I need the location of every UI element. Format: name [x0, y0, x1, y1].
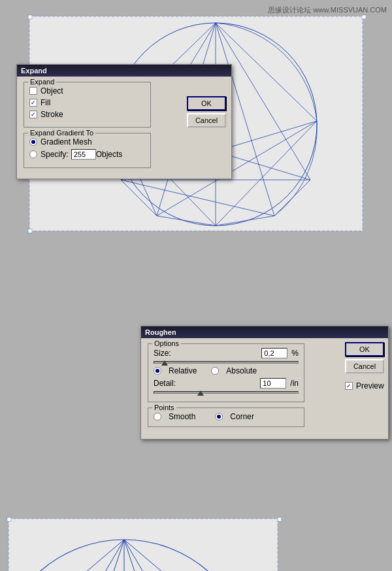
stroke-checkbox[interactable] — [29, 111, 37, 118]
object-checkbox-row[interactable]: Object — [29, 86, 145, 95]
points-group-box: Points Smooth Corner — [148, 407, 304, 427]
stroke-checkbox-row[interactable]: Stroke — [29, 110, 145, 119]
absolute-label: Absolute — [226, 366, 257, 375]
expand-dialog-titlebar: Expand — [17, 65, 231, 77]
watermark: 思缘设计论坛 www.MISSVUAN.COM — [268, 5, 387, 15]
roughen-dialog-title: Roughen — [145, 328, 176, 336]
detail-row: Detail: /in — [154, 378, 299, 389]
expand-group-box: Expand Object Fill Stroke — [24, 82, 151, 128]
stroke-label: Stroke — [41, 110, 63, 119]
svg-rect-51 — [7, 517, 11, 521]
detail-slider-thumb[interactable] — [197, 390, 204, 396]
options-group-box: Options Size: % Relative Absolute — [148, 343, 304, 402]
object-checkbox[interactable] — [29, 87, 37, 95]
preview-checkbox-row[interactable]: Preview — [345, 381, 384, 390]
detail-slider[interactable] — [154, 391, 299, 394]
roughen-dialog-buttons: OK Cancel Preview — [345, 342, 384, 393]
relative-radio[interactable] — [154, 367, 161, 375]
gradient-mesh-radio[interactable] — [29, 138, 37, 146]
objects-label: Objects — [96, 150, 123, 159]
svg-rect-21 — [28, 15, 32, 19]
fill-label: Fill — [41, 98, 50, 107]
smooth-radio[interactable] — [154, 413, 161, 421]
size-slider[interactable] — [154, 361, 299, 364]
detail-label: Detail: — [154, 379, 176, 388]
gradient-mesh-radio-row[interactable]: Gradient Mesh — [29, 137, 145, 147]
corner-label: Corner — [230, 412, 254, 421]
specify-radio-row[interactable]: Specify: Objects — [29, 149, 145, 160]
svg-rect-52 — [278, 517, 281, 521]
expand-dialog: Expand OK Cancel Expand Object Fill Stro… — [16, 64, 232, 179]
size-label: Size: — [154, 349, 171, 358]
relative-label: Relative — [169, 366, 197, 375]
size-unit: % — [291, 349, 299, 358]
absolute-radio[interactable] — [211, 367, 219, 375]
expand-dialog-title: Expand — [21, 67, 47, 75]
points-group-label: Points — [152, 404, 176, 411]
detail-input[interactable] — [260, 378, 286, 389]
detail-slider-track[interactable] — [154, 391, 299, 394]
expand-ok-button[interactable]: OK — [187, 96, 226, 111]
size-slider-thumb[interactable] — [161, 360, 168, 366]
bottom-geometric-art — [7, 517, 281, 571]
svg-rect-23 — [28, 229, 32, 233]
roughen-dialog-titlebar: Roughen — [141, 326, 388, 338]
options-group-label: Options — [152, 339, 181, 347]
svg-rect-22 — [362, 15, 366, 19]
specify-input[interactable] — [71, 149, 96, 160]
specify-radio[interactable] — [29, 150, 37, 158]
fill-checkbox[interactable] — [29, 99, 37, 107]
roughen-ok-button[interactable]: OK — [345, 342, 384, 356]
fill-checkbox-row[interactable]: Fill — [29, 98, 145, 107]
size-slider-track[interactable] — [154, 361, 299, 364]
size-input[interactable] — [261, 348, 287, 358]
expand-cancel-button[interactable]: Cancel — [187, 113, 226, 128]
preview-label: Preview — [356, 381, 384, 390]
relative-absolute-row: Relative Absolute — [154, 366, 299, 375]
corner-radio[interactable] — [215, 413, 223, 421]
expand-gradient-group-box: Expand Gradient To Gradient Mesh Specify… — [24, 133, 151, 168]
gradient-mesh-label: Gradient Mesh — [41, 137, 92, 147]
svg-rect-24 — [8, 519, 278, 571]
roughen-dialog: Roughen OK Cancel Preview Options Size: … — [140, 326, 389, 440]
object-label: Object — [41, 86, 63, 95]
expand-dialog-buttons: OK Cancel — [187, 96, 226, 128]
specify-label: Specify: — [41, 150, 69, 159]
expand-group-label: Expand — [28, 78, 56, 86]
expand-gradient-group-label: Expand Gradient To — [28, 129, 95, 137]
smooth-label: Smooth — [169, 412, 195, 421]
roughen-cancel-button[interactable]: Cancel — [345, 359, 384, 373]
smooth-corner-row: Smooth Corner — [154, 412, 299, 421]
preview-checkbox[interactable] — [345, 382, 353, 390]
size-row: Size: % — [154, 348, 299, 358]
detail-unit: /in — [290, 379, 299, 388]
